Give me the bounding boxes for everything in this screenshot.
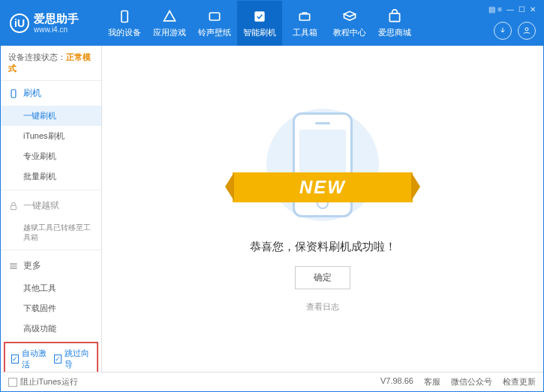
sidebar-item-download-firmware[interactable]: 下载固件 <box>1 298 101 319</box>
check-label: 跳过向导 <box>65 348 91 370</box>
phone-icon <box>8 88 19 99</box>
body: 设备连接状态：正常模式 刷机 一键刷机 iTunes刷机 专业刷机 批量刷机 一… <box>1 46 543 372</box>
window-controls: ▤ ≡ — ☐ ✕ <box>488 5 536 13</box>
nav-label: 工具箱 <box>293 27 317 38</box>
check-auto-activate[interactable]: ✓自动激活 <box>11 348 48 370</box>
checkbox-icon: ✓ <box>11 355 19 364</box>
new-banner: NEW <box>233 172 413 202</box>
footer-link-wechat[interactable]: 微信公众号 <box>451 376 492 388</box>
menu-icon[interactable]: ▤ ≡ <box>488 5 502 13</box>
user-icon[interactable] <box>518 22 536 40</box>
logo-title: 爱思助手 <box>34 13 79 25</box>
sidebar-item-batch-flash[interactable]: 批量刷机 <box>1 166 101 187</box>
connection-status: 设备连接状态：正常模式 <box>1 46 101 81</box>
sidebar-item-pro-flash[interactable]: 专业刷机 <box>1 146 101 166</box>
footer-right: V7.98.66 客服 微信公众号 检查更新 <box>380 376 536 388</box>
version-label: V7.98.66 <box>380 376 413 388</box>
jailbreak-note: 越狱工具已转移至工具箱 <box>1 218 101 247</box>
sidebar-item-itunes-flash[interactable]: iTunes刷机 <box>1 126 101 146</box>
sidebar-head-more[interactable]: 更多 <box>1 253 101 278</box>
svg-rect-6 <box>11 89 16 97</box>
status-label: 设备连接状态： <box>8 52 66 61</box>
nav-store[interactable]: 爱思商城 <box>372 1 417 46</box>
nav-label: 铃声壁纸 <box>198 27 231 38</box>
check-label: 阻止iTunes运行 <box>20 376 78 388</box>
nav-apps-games[interactable]: 应用游戏 <box>147 1 192 46</box>
nav-my-device[interactable]: 我的设备 <box>102 1 147 46</box>
view-log-link[interactable]: 查看日志 <box>306 301 339 313</box>
nav-label: 智能刷机 <box>243 27 276 38</box>
sidebar-label: 刷机 <box>23 87 41 100</box>
svg-rect-3 <box>299 13 309 19</box>
checkbox-icon <box>8 378 17 387</box>
svg-rect-2 <box>254 11 264 21</box>
svg-point-5 <box>525 28 528 31</box>
nav-label: 爱思商城 <box>378 27 411 38</box>
success-illustration: NEW <box>255 105 390 225</box>
check-skip-setup[interactable]: ✓跳过向导 <box>54 348 91 370</box>
sidebar-label: 更多 <box>23 259 41 272</box>
logo-area: iU 爱思助手 www.i4.cn <box>1 13 102 34</box>
sidebar-item-advanced[interactable]: 高级功能 <box>1 319 101 339</box>
svg-rect-4 <box>389 13 399 21</box>
footer: 阻止iTunes运行 V7.98.66 客服 微信公众号 检查更新 <box>1 372 543 391</box>
nav-label: 教程中心 <box>333 27 366 38</box>
success-message: 恭喜您，保资料刷机成功啦！ <box>250 240 396 254</box>
minimize-icon[interactable]: — <box>506 5 514 13</box>
sidebar-label: 一键越狱 <box>23 199 59 212</box>
main-content: NEW 恭喜您，保资料刷机成功啦！ 确定 查看日志 <box>102 46 543 372</box>
sidebar-item-other-tools[interactable]: 其他工具 <box>1 278 101 298</box>
nav-smart-flash[interactable]: 智能刷机 <box>237 1 282 46</box>
footer-left: 阻止iTunes运行 <box>8 376 78 388</box>
maximize-icon[interactable]: ☐ <box>518 5 525 13</box>
logo-icon: iU <box>10 13 29 33</box>
nav-label: 我的设备 <box>108 27 141 38</box>
main-nav: 我的设备 应用游戏 铃声壁纸 智能刷机 工具箱 教程中心 爱思商城 <box>102 1 543 46</box>
logo-subtitle: www.i4.cn <box>34 25 79 34</box>
nav-tutorials[interactable]: 教程中心 <box>327 1 372 46</box>
nav-ringtones[interactable]: 铃声壁纸 <box>192 1 237 46</box>
titlebar-circle-buttons <box>494 22 536 40</box>
lock-icon <box>8 201 19 211</box>
check-block-itunes[interactable]: 阻止iTunes运行 <box>8 376 78 388</box>
titlebar: iU 爱思助手 www.i4.cn 我的设备 应用游戏 铃声壁纸 智能刷机 工具… <box>1 1 543 46</box>
menu-icon <box>8 261 19 271</box>
download-icon[interactable] <box>494 22 512 40</box>
nav-label: 应用游戏 <box>153 27 186 38</box>
checkbox-icon: ✓ <box>54 355 62 364</box>
svg-rect-1 <box>209 13 219 20</box>
svg-rect-0 <box>122 10 128 22</box>
svg-rect-7 <box>11 205 17 209</box>
close-icon[interactable]: ✕ <box>530 5 536 13</box>
sidebar-head-jailbreak[interactable]: 一键越狱 <box>1 193 101 218</box>
app-window: iU 爱思助手 www.i4.cn 我的设备 应用游戏 铃声壁纸 智能刷机 工具… <box>0 0 544 392</box>
sidebar-checks-highlight: ✓自动激活 ✓跳过向导 <box>4 342 98 372</box>
check-label: 自动激活 <box>22 348 48 370</box>
footer-link-update[interactable]: 检查更新 <box>503 376 536 388</box>
sidebar-item-onekey-flash[interactable]: 一键刷机 <box>1 106 101 126</box>
nav-toolbox[interactable]: 工具箱 <box>282 1 327 46</box>
footer-link-service[interactable]: 客服 <box>424 376 440 388</box>
sidebar-head-flash[interactable]: 刷机 <box>1 81 101 106</box>
sidebar: 设备连接状态：正常模式 刷机 一键刷机 iTunes刷机 专业刷机 批量刷机 一… <box>1 46 102 372</box>
confirm-button[interactable]: 确定 <box>295 266 350 289</box>
